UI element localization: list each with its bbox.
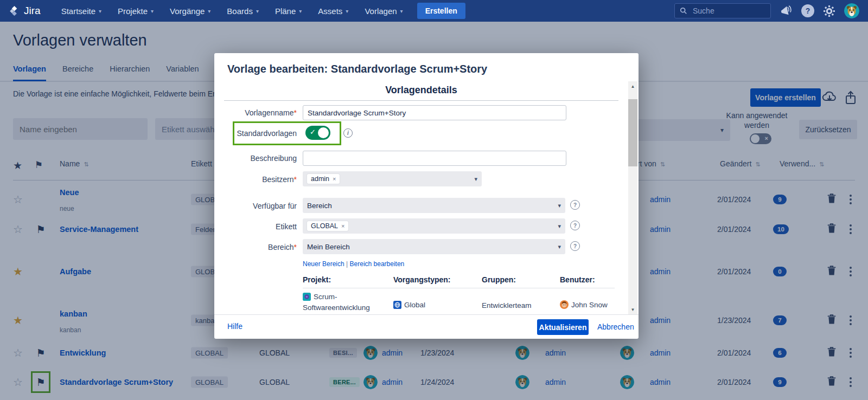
- nav-item-pläne[interactable]: Pläne▾: [275, 7, 302, 16]
- nav-right-cluster: ?: [674, 3, 859, 18]
- scrollbar-thumb[interactable]: [628, 99, 637, 166]
- bereich-select[interactable]: Mein Bereich ▾: [303, 239, 565, 254]
- chevron-down-icon: ▾: [558, 243, 561, 250]
- info-icon[interactable]: i: [343, 128, 353, 138]
- default-templates-toggle[interactable]: ✓: [305, 126, 330, 140]
- chip-remove-icon[interactable]: ×: [333, 176, 336, 182]
- scroll-up-arrow[interactable]: ▲: [628, 82, 637, 90]
- nav-item-projekte[interactable]: Projekte▾: [118, 7, 154, 16]
- assign-table-divider: [303, 288, 615, 288]
- chip-remove-icon[interactable]: ×: [341, 223, 344, 229]
- help-link[interactable]: Hilfe: [227, 322, 242, 331]
- chevron-down-icon: ▾: [151, 8, 154, 14]
- assign-issuetype-cell: Global: [393, 301, 425, 311]
- global-issuetype-icon: [393, 301, 401, 311]
- jira-logo-text: Jira: [24, 5, 41, 17]
- available-for-label: Verfügbar für: [221, 202, 297, 210]
- edit-template-dialog: Vorlage bearbeiten: Standardvorlage Scru…: [214, 53, 639, 339]
- search-input[interactable]: [692, 6, 754, 16]
- create-button[interactable]: Erstellen: [417, 3, 465, 19]
- assign-header-groups: Gruppen:: [482, 275, 516, 284]
- edit-bereich-link[interactable]: Bereich bearbeiten: [350, 260, 405, 268]
- settings-gear-icon[interactable]: [823, 5, 835, 17]
- description-label: Beschreibung: [221, 154, 297, 163]
- cancel-link[interactable]: Abbrechen: [597, 322, 634, 331]
- dialog-scrollbar[interactable]: ▲ ▼: [628, 81, 637, 314]
- owner-chip[interactable]: admin ×: [307, 174, 340, 184]
- nav-menu: Startseite▾Projekte▾Vorgänge▾Boards▾Plän…: [61, 7, 403, 16]
- john-snow-avatar: [560, 300, 569, 311]
- chevron-down-icon: ▾: [299, 8, 302, 14]
- available-for-select[interactable]: Bereich ▾: [303, 198, 565, 213]
- template-name-input[interactable]: [303, 105, 566, 120]
- description-input[interactable]: [303, 151, 566, 166]
- bereich-label: Bereich*: [221, 243, 297, 251]
- chevron-down-icon: ▾: [558, 202, 561, 209]
- chevron-down-icon: ▾: [474, 176, 477, 183]
- nav-item-boards[interactable]: Boards▾: [227, 7, 259, 16]
- jira-manage-templates-screen: Jira Startseite▾Projekte▾Vorgänge▾Boards…: [0, 0, 868, 400]
- assign-header-project: Projekt:: [303, 275, 331, 284]
- help-question-icon[interactable]: ?: [570, 200, 580, 210]
- etikett-chip[interactable]: GLOBAL ×: [307, 221, 348, 231]
- nav-item-vorgänge[interactable]: Vorgänge▾: [170, 7, 210, 16]
- nav-item-startseite[interactable]: Startseite▾: [61, 7, 101, 16]
- etikett-label: Etikett: [221, 222, 297, 231]
- owners-select[interactable]: admin × ▾: [303, 171, 482, 186]
- chevron-down-icon: ▾: [208, 8, 210, 14]
- owners-label: Besitzern*: [221, 175, 297, 184]
- project-icon: [303, 293, 311, 303]
- new-bereich-link[interactable]: Neuer Bereich: [303, 260, 344, 268]
- template-name-label: Vorlagenname*: [221, 108, 297, 117]
- assign-header-issuetypes: Vorgangstypen:: [393, 275, 451, 284]
- assign-group-cell: Entwicklerteam: [482, 301, 532, 309]
- chevron-down-icon: ▾: [99, 8, 101, 14]
- toggle-check-icon: ✓: [310, 128, 316, 136]
- nav-item-assets[interactable]: Assets▾: [318, 7, 348, 16]
- search-box[interactable]: [674, 3, 771, 18]
- etikett-select[interactable]: GLOBAL × ▾: [303, 218, 565, 234]
- bereich-links: Neuer Bereich | Bereich bearbeiten: [303, 260, 404, 268]
- nav-item-vorlagen[interactable]: Vorlagen▾: [365, 7, 403, 16]
- chevron-down-icon: ▾: [400, 8, 403, 14]
- update-button[interactable]: Aktualisieren: [537, 319, 589, 335]
- assign-user-cell: John Snow: [560, 300, 608, 311]
- dialog-footer-divider: [214, 314, 639, 315]
- help-question-icon[interactable]: ?: [570, 221, 580, 230]
- section-divider: [224, 100, 618, 101]
- assign-project-cell: Scrum-Softwareentwicklung: [303, 292, 394, 312]
- assign-header-users: Benutzer:: [560, 275, 595, 284]
- scroll-down-arrow[interactable]: ▼: [628, 306, 637, 313]
- section-heading: Vorlagendetails: [214, 85, 628, 96]
- jira-logo[interactable]: Jira: [9, 5, 41, 17]
- jira-logo-icon: [9, 5, 20, 17]
- help-icon[interactable]: ?: [801, 4, 814, 17]
- user-avatar[interactable]: [844, 3, 859, 18]
- toggle-knob: [318, 127, 329, 138]
- announcements-icon[interactable]: [780, 5, 793, 17]
- chevron-down-icon: ▾: [256, 8, 259, 14]
- chevron-down-icon: ▾: [346, 8, 348, 14]
- dialog-title: Vorlage bearbeiten: Standardvorlage Scru…: [227, 63, 487, 75]
- help-question-icon[interactable]: ?: [570, 241, 580, 251]
- chevron-down-icon: ▾: [558, 223, 561, 230]
- top-nav: Jira Startseite▾Projekte▾Vorgänge▾Boards…: [0, 0, 868, 22]
- default-templates-label: Standardvorlagen: [221, 129, 297, 138]
- search-icon: [680, 7, 687, 15]
